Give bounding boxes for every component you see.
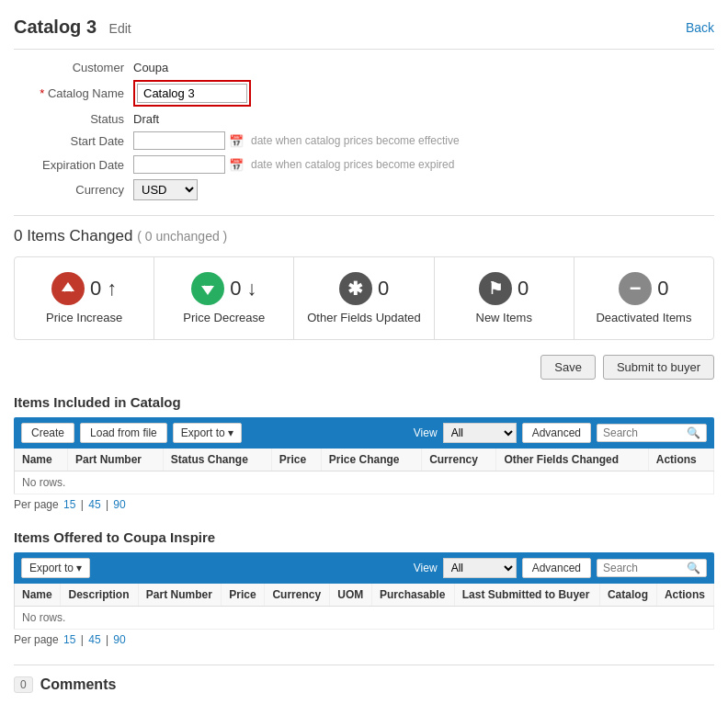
offered-title: Items Offered to Coupa Inspire [14, 529, 714, 545]
export-to-button[interactable]: Export to ▾ [173, 423, 242, 443]
offered-col-name: Name [15, 584, 61, 607]
status-value: Draft [133, 112, 159, 126]
load-from-file-button[interactable]: Load from file [80, 423, 167, 443]
price-increase-icon [51, 272, 85, 305]
currency-select[interactable]: USD [133, 179, 198, 200]
customer-label: Customer [14, 61, 133, 74]
per-page-45[interactable]: 45 [88, 498, 100, 511]
stat-price-decrease: 0 ↓ Price Decrease [154, 257, 294, 339]
action-row: Save Submit to buyer [14, 355, 714, 380]
col-actions: Actions [648, 449, 713, 471]
col-name: Name [15, 449, 68, 471]
new-items-icon: ⚑ [479, 272, 512, 305]
start-date-calendar-icon[interactable]: 📅 [229, 134, 244, 148]
offered-col-part-number: Part Number [138, 584, 221, 607]
offered-view-label: View [414, 562, 438, 574]
offered-col-last-submitted: Last Submitted to Buyer [454, 584, 599, 607]
stat-price-increase: 0 ↑ Price Increase [15, 257, 154, 339]
start-date-hint: date when catalog prices become effectiv… [251, 134, 460, 147]
col-part-number: Part Number [67, 449, 163, 471]
offered-col-catalog: Catalog [599, 584, 656, 607]
customer-value: Coupa [133, 61, 168, 74]
offered-col-price: Price [222, 584, 265, 607]
comments-title: Comments [40, 676, 117, 693]
search-icon: 🔍 [687, 426, 700, 439]
expiration-date-label: Expiration Date [14, 158, 133, 172]
catalog-name-input[interactable] [137, 84, 247, 103]
offered-no-rows-text: No rows. [15, 607, 714, 630]
start-date-input[interactable] [133, 131, 225, 150]
col-other-fields: Other Fields Changed [496, 449, 648, 471]
other-fields-label: Other Fields Updated [307, 311, 421, 324]
offered-search-input[interactable] [603, 562, 687, 574]
included-section: Items Included in Catalog Create Load fr… [14, 394, 714, 511]
per-page-offered: Per page 15 | 45 | 90 [14, 633, 714, 646]
offered-per-page-45[interactable]: 45 [88, 633, 100, 646]
offered-table: Name Description Part Number Price Curre… [14, 584, 714, 630]
stat-other-fields: ✱ 0 Other Fields Updated [294, 257, 434, 339]
start-date-label: Start Date [14, 134, 133, 148]
items-changed-header: 0 Items Changed ( 0 unchanged ) [14, 227, 714, 245]
per-page-15[interactable]: 15 [63, 498, 75, 511]
search-input[interactable] [603, 426, 687, 439]
advanced-button[interactable]: Advanced [522, 423, 591, 443]
deactivated-icon: − [619, 272, 652, 305]
other-fields-icon: ✱ [339, 272, 372, 305]
offered-per-page-15[interactable]: 15 [63, 633, 75, 646]
currency-label: Currency [14, 183, 133, 197]
included-toolbar: Create Load from file Export to ▾ View A… [14, 417, 714, 449]
price-increase-label: Price Increase [46, 311, 122, 324]
new-items-label: New Items [476, 311, 532, 324]
price-increase-count: 0 ↑ [90, 277, 117, 301]
table-row: No rows. [15, 607, 714, 630]
expiration-date-input[interactable] [133, 155, 225, 174]
offered-toolbar: Export to ▾ View All Advanced 🔍 [14, 552, 714, 584]
comments-section: 0 Comments [14, 665, 714, 693]
deactivated-label: Deactivated Items [596, 311, 691, 324]
per-page-included: Per page 15 | 45 | 90 [14, 498, 714, 511]
expiration-date-calendar-icon[interactable]: 📅 [229, 158, 244, 172]
offered-search-box: 🔍 [597, 559, 707, 577]
view-select[interactable]: All [443, 423, 517, 443]
create-button[interactable]: Create [21, 423, 74, 443]
per-page-90[interactable]: 90 [113, 498, 125, 511]
offered-per-page-90[interactable]: 90 [113, 633, 125, 646]
included-title: Items Included in Catalog [14, 394, 714, 410]
col-price-change: Price Change [321, 449, 421, 471]
col-status-change: Status Change [163, 449, 271, 471]
price-decrease-icon [191, 272, 224, 305]
view-label: View [414, 426, 438, 439]
catalog-form: Customer Coupa * Catalog Name Status Dra… [14, 61, 714, 200]
table-row: No rows. [15, 471, 714, 494]
comments-badge: 0 [14, 676, 33, 693]
catalog-name-field-wrapper [133, 80, 251, 107]
page-title: Catalog 3 [14, 17, 102, 37]
save-button[interactable]: Save [540, 355, 596, 380]
submit-button[interactable]: Submit to buyer [603, 355, 714, 380]
stat-deactivated: − 0 Deactivated Items [574, 257, 713, 339]
edit-link[interactable]: Edit [109, 21, 131, 36]
back-link[interactable]: Back [686, 20, 714, 35]
new-items-count: 0 [518, 277, 529, 301]
col-currency: Currency [422, 449, 496, 471]
catalog-name-label: * Catalog Name [14, 86, 133, 100]
col-price: Price [271, 449, 321, 471]
included-table: Name Part Number Status Change Price Pri… [14, 449, 714, 494]
deactivated-count: 0 [657, 277, 668, 301]
offered-view-select[interactable]: All [443, 558, 517, 578]
status-label: Status [14, 112, 133, 126]
offered-col-actions: Actions [656, 584, 713, 607]
offered-section: Items Offered to Coupa Inspire Export to… [14, 529, 714, 646]
search-box: 🔍 [597, 424, 707, 442]
offered-advanced-button[interactable]: Advanced [522, 558, 591, 578]
price-decrease-count: 0 ↓ [230, 277, 256, 301]
price-decrease-label: Price Decrease [183, 311, 265, 324]
offered-col-uom: UOM [330, 584, 372, 607]
no-rows-text: No rows. [15, 471, 714, 494]
offered-export-button[interactable]: Export to ▾ [21, 558, 90, 578]
stat-new-items: ⚑ 0 New Items [435, 257, 574, 339]
required-star: * [40, 86, 48, 100]
other-fields-count: 0 [378, 277, 389, 301]
offered-col-currency: Currency [265, 584, 330, 607]
stats-container: 0 ↑ Price Increase 0 ↓ Price Decrease ✱ … [14, 256, 714, 340]
